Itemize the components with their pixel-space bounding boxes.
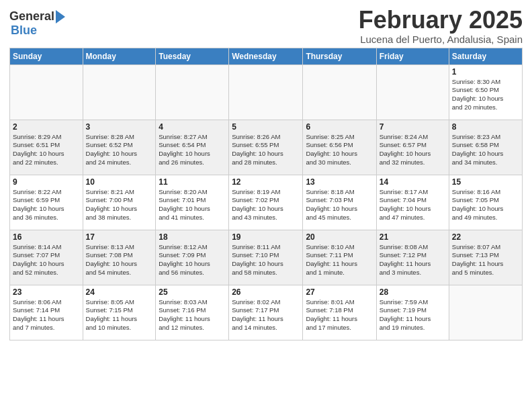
calendar-cell: 12Sunrise: 8:19 AM Sunset: 7:02 PM Dayli… (229, 175, 303, 230)
calendar-cell: 26Sunrise: 8:02 AM Sunset: 7:17 PM Dayli… (229, 285, 303, 340)
col-header-tuesday: Tuesday (156, 48, 229, 64)
day-number: 7 (380, 122, 446, 132)
calendar-cell: 23Sunrise: 8:06 AM Sunset: 7:14 PM Dayli… (10, 285, 83, 340)
day-info: Sunrise: 8:02 AM Sunset: 7:17 PM Dayligh… (232, 298, 300, 332)
day-info: Sunrise: 8:25 AM Sunset: 6:56 PM Dayligh… (306, 133, 373, 167)
day-info: Sunrise: 8:19 AM Sunset: 7:02 PM Dayligh… (232, 188, 300, 222)
calendar-cell (449, 285, 522, 340)
calendar-cell: 11Sunrise: 8:20 AM Sunset: 7:01 PM Dayli… (156, 175, 229, 230)
calendar-cell: 14Sunrise: 8:17 AM Sunset: 7:04 PM Dayli… (376, 175, 449, 230)
calendar-cell (376, 64, 449, 120)
day-info: Sunrise: 8:13 AM Sunset: 7:08 PM Dayligh… (86, 243, 153, 277)
title-block: February 2025 Lucena del Puerto, Andalus… (359, 7, 523, 45)
calendar-cell: 13Sunrise: 8:18 AM Sunset: 7:03 PM Dayli… (303, 175, 376, 230)
day-info: Sunrise: 8:22 AM Sunset: 6:59 PM Dayligh… (13, 188, 80, 222)
header-row-days: SundayMondayTuesdayWednesdayThursdayFrid… (10, 48, 523, 64)
day-info: Sunrise: 8:24 AM Sunset: 6:57 PM Dayligh… (380, 133, 446, 167)
day-info: Sunrise: 8:08 AM Sunset: 7:12 PM Dayligh… (380, 243, 446, 277)
day-info: Sunrise: 8:14 AM Sunset: 7:07 PM Dayligh… (13, 243, 80, 277)
calendar-cell: 20Sunrise: 8:10 AM Sunset: 7:11 PM Dayli… (303, 230, 376, 285)
logo: General Blue (9, 9, 65, 38)
day-number: 21 (380, 232, 446, 242)
day-info: Sunrise: 8:03 AM Sunset: 7:16 PM Dayligh… (159, 298, 226, 332)
day-info: Sunrise: 8:10 AM Sunset: 7:11 PM Dayligh… (306, 243, 373, 277)
day-number: 4 (159, 122, 226, 132)
logo-blue: Blue (11, 24, 37, 38)
day-number: 12 (232, 177, 300, 187)
day-number: 17 (86, 232, 153, 242)
calendar-cell: 19Sunrise: 8:11 AM Sunset: 7:10 PM Dayli… (229, 230, 303, 285)
day-info: Sunrise: 8:11 AM Sunset: 7:10 PM Dayligh… (232, 243, 300, 277)
day-number: 19 (232, 232, 300, 242)
day-info: Sunrise: 7:59 AM Sunset: 7:19 PM Dayligh… (380, 298, 446, 332)
day-info: Sunrise: 8:21 AM Sunset: 7:00 PM Dayligh… (86, 188, 153, 222)
day-number: 3 (86, 122, 153, 132)
calendar-cell (303, 64, 376, 120)
calendar-cell: 6Sunrise: 8:25 AM Sunset: 6:56 PM Daylig… (303, 120, 376, 175)
calendar-cell (83, 64, 156, 120)
day-info: Sunrise: 8:06 AM Sunset: 7:14 PM Dayligh… (13, 298, 80, 332)
day-number: 14 (380, 177, 446, 187)
calendar-table: SundayMondayTuesdayWednesdayThursdayFrid… (9, 48, 523, 340)
day-number: 27 (306, 287, 373, 297)
location: Lucena del Puerto, Andalusia, Spain (359, 34, 523, 45)
calendar-cell: 5Sunrise: 8:26 AM Sunset: 6:55 PM Daylig… (229, 120, 303, 175)
day-number: 22 (452, 232, 519, 242)
calendar-cell: 17Sunrise: 8:13 AM Sunset: 7:08 PM Dayli… (83, 230, 156, 285)
calendar-cell: 4Sunrise: 8:27 AM Sunset: 6:54 PM Daylig… (156, 120, 229, 175)
day-number: 16 (13, 232, 80, 242)
day-number: 28 (380, 287, 446, 297)
week-row-3: 9Sunrise: 8:22 AM Sunset: 6:59 PM Daylig… (10, 175, 523, 230)
day-info: Sunrise: 8:27 AM Sunset: 6:54 PM Dayligh… (159, 133, 226, 167)
col-header-friday: Friday (376, 48, 449, 64)
day-number: 10 (86, 177, 153, 187)
day-info: Sunrise: 8:29 AM Sunset: 6:51 PM Dayligh… (13, 133, 80, 167)
calendar-cell: 18Sunrise: 8:12 AM Sunset: 7:09 PM Dayli… (156, 230, 229, 285)
day-number: 2 (13, 122, 80, 132)
day-info: Sunrise: 8:01 AM Sunset: 7:18 PM Dayligh… (306, 298, 373, 332)
day-info: Sunrise: 8:23 AM Sunset: 6:58 PM Dayligh… (452, 133, 519, 167)
day-info: Sunrise: 8:17 AM Sunset: 7:04 PM Dayligh… (380, 188, 446, 222)
day-info: Sunrise: 8:05 AM Sunset: 7:15 PM Dayligh… (86, 298, 153, 332)
week-row-5: 23Sunrise: 8:06 AM Sunset: 7:14 PM Dayli… (10, 285, 523, 340)
day-info: Sunrise: 8:18 AM Sunset: 7:03 PM Dayligh… (306, 188, 373, 222)
col-header-wednesday: Wednesday (229, 48, 303, 64)
day-number: 6 (306, 122, 373, 132)
logo-arrow-icon (56, 10, 65, 24)
week-row-4: 16Sunrise: 8:14 AM Sunset: 7:07 PM Dayli… (10, 230, 523, 285)
calendar-cell: 28Sunrise: 7:59 AM Sunset: 7:19 PM Dayli… (376, 285, 449, 340)
day-number: 9 (13, 177, 80, 187)
calendar-cell: 2Sunrise: 8:29 AM Sunset: 6:51 PM Daylig… (10, 120, 83, 175)
col-header-sunday: Sunday (10, 48, 83, 64)
calendar-cell: 3Sunrise: 8:28 AM Sunset: 6:52 PM Daylig… (83, 120, 156, 175)
calendar-cell: 24Sunrise: 8:05 AM Sunset: 7:15 PM Dayli… (83, 285, 156, 340)
day-number: 26 (232, 287, 300, 297)
day-number: 24 (86, 287, 153, 297)
calendar-cell: 16Sunrise: 8:14 AM Sunset: 7:07 PM Dayli… (10, 230, 83, 285)
calendar-cell: 27Sunrise: 8:01 AM Sunset: 7:18 PM Dayli… (303, 285, 376, 340)
day-number: 13 (306, 177, 373, 187)
calendar-cell (10, 64, 83, 120)
calendar-cell: 15Sunrise: 8:16 AM Sunset: 7:05 PM Dayli… (449, 175, 522, 230)
calendar-cell: 21Sunrise: 8:08 AM Sunset: 7:12 PM Dayli… (376, 230, 449, 285)
col-header-thursday: Thursday (303, 48, 376, 64)
day-number: 25 (159, 287, 226, 297)
calendar-cell: 22Sunrise: 8:07 AM Sunset: 7:13 PM Dayli… (449, 230, 522, 285)
day-number: 8 (452, 122, 519, 132)
day-info: Sunrise: 8:20 AM Sunset: 7:01 PM Dayligh… (159, 188, 226, 222)
calendar-cell (229, 64, 303, 120)
calendar-cell: 7Sunrise: 8:24 AM Sunset: 6:57 PM Daylig… (376, 120, 449, 175)
calendar-cell: 1Sunrise: 8:30 AM Sunset: 6:50 PM Daylig… (449, 64, 522, 120)
calendar-cell: 25Sunrise: 8:03 AM Sunset: 7:16 PM Dayli… (156, 285, 229, 340)
day-info: Sunrise: 8:26 AM Sunset: 6:55 PM Dayligh… (232, 133, 300, 167)
day-number: 15 (452, 177, 519, 187)
header-row: General Blue February 2025 Lucena del Pu… (9, 7, 523, 45)
day-number: 20 (306, 232, 373, 242)
calendar-cell: 9Sunrise: 8:22 AM Sunset: 6:59 PM Daylig… (10, 175, 83, 230)
col-header-saturday: Saturday (449, 48, 522, 64)
day-number: 5 (232, 122, 300, 132)
day-number: 1 (452, 67, 519, 77)
day-info: Sunrise: 8:28 AM Sunset: 6:52 PM Dayligh… (86, 133, 153, 167)
day-number: 23 (13, 287, 80, 297)
calendar-cell: 10Sunrise: 8:21 AM Sunset: 7:00 PM Dayli… (83, 175, 156, 230)
